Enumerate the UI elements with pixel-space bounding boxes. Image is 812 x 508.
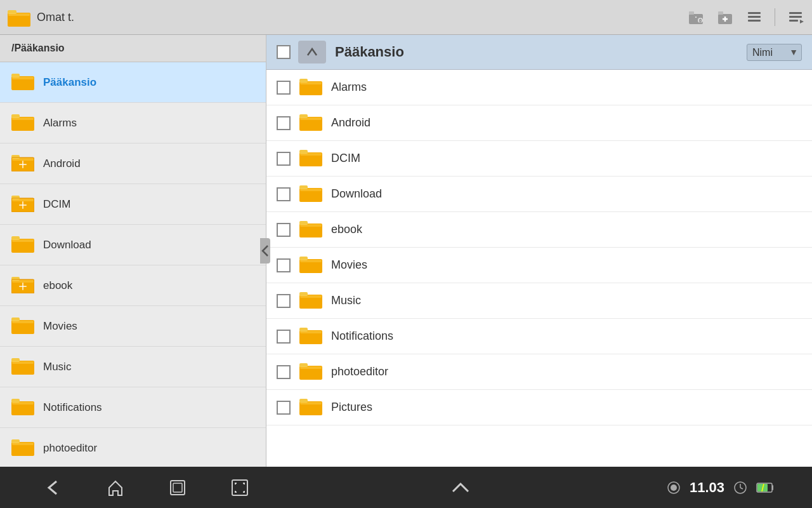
svg-rect-11 <box>748 16 761 18</box>
svg-rect-10 <box>748 12 761 14</box>
sidebar-item-list: PääkansioAlarmsAndroidDCIMDownloadebookM… <box>0 62 266 467</box>
file-checkbox[interactable] <box>277 152 291 166</box>
app-title: Omat t. <box>37 11 74 24</box>
sidebar-item-music[interactable]: Music <box>0 347 266 387</box>
file-checkbox[interactable] <box>277 365 291 379</box>
sort-wrapper: NimiKokoPäiväys ▼ <box>747 44 802 61</box>
sidebar-item-movies[interactable]: Movies <box>0 306 266 347</box>
file-row[interactable]: Music <box>266 283 812 319</box>
folder-icon <box>11 152 34 175</box>
content-folder-title: Pääkansio <box>335 44 747 60</box>
file-checkbox[interactable] <box>277 330 291 344</box>
file-folder-icon <box>299 361 322 383</box>
svg-rect-49 <box>12 361 34 364</box>
file-row[interactable]: Android <box>266 105 812 141</box>
svg-rect-73 <box>300 260 322 262</box>
main-area: /Pääkansio PääkansioAlarmsAndroidDCIMDow… <box>0 35 812 467</box>
status-bar: 11.03 <box>667 479 774 496</box>
clock-icon <box>733 481 747 495</box>
svg-rect-19 <box>12 77 34 79</box>
file-folder-icon <box>299 218 322 241</box>
file-name: Download <box>331 187 382 201</box>
file-folder-icon <box>299 147 322 170</box>
file-row[interactable]: ebook <box>266 212 812 248</box>
svg-rect-67 <box>300 189 322 191</box>
file-row[interactable]: Alarms <box>266 70 812 105</box>
file-checkbox[interactable] <box>277 223 291 237</box>
sidebar-item-photoeditor[interactable]: photoeditor <box>0 428 266 467</box>
svg-rect-46 <box>12 321 34 323</box>
sidebar-item-pääkansio[interactable]: Pääkansio <box>0 62 266 103</box>
file-checkbox[interactable] <box>277 258 291 272</box>
navigate-up-button[interactable] <box>298 41 326 64</box>
file-checkbox[interactable] <box>277 116 291 130</box>
list-view-button[interactable] <box>745 8 763 26</box>
recents-button[interactable] <box>162 472 193 503</box>
file-folder-icon <box>299 112 322 134</box>
sidebar-item-label: Notifications <box>43 401 102 414</box>
sidebar-item-label: Movies <box>43 320 77 333</box>
home-button[interactable] <box>100 472 131 503</box>
svg-rect-95 <box>772 485 773 490</box>
sidebar-item-alarms[interactable]: Alarms <box>0 103 266 144</box>
file-name: Music <box>331 294 361 307</box>
battery-icon <box>756 482 774 493</box>
svg-rect-15 <box>789 20 798 22</box>
svg-rect-12 <box>748 20 761 22</box>
file-folder-icon <box>299 396 322 418</box>
file-checkbox[interactable] <box>277 401 291 415</box>
time-display: 11.03 <box>690 479 724 496</box>
sidebar-item-notifications[interactable]: Notifications <box>0 387 266 428</box>
sidebar-item-dcim[interactable]: DCIM <box>0 184 266 225</box>
file-checkbox[interactable] <box>277 294 291 308</box>
scroll-up-button[interactable] <box>445 472 476 503</box>
sort-select[interactable]: NimiKokoPäiväys <box>747 44 802 61</box>
select-all-checkbox[interactable] <box>277 45 291 59</box>
svg-rect-64 <box>300 153 322 156</box>
file-name: Notifications <box>331 330 393 343</box>
back-button[interactable] <box>38 472 69 503</box>
folder-icon <box>11 396 34 418</box>
svg-rect-70 <box>300 224 322 227</box>
svg-rect-13 <box>789 12 802 14</box>
file-row[interactable]: Pictures <box>266 390 812 425</box>
svg-rect-14 <box>789 16 802 18</box>
sidebar-collapse-button[interactable] <box>260 238 270 264</box>
file-row[interactable]: DCIM <box>266 141 812 177</box>
file-row[interactable]: Notifications <box>266 319 812 354</box>
folder-icon <box>11 193 34 215</box>
svg-rect-85 <box>300 402 322 404</box>
topbar-divider <box>775 8 775 26</box>
sidebar-item-label: Pääkansio <box>43 76 96 89</box>
sidebar-item-download[interactable]: Download <box>0 225 266 265</box>
file-row[interactable]: photoeditor <box>266 354 812 390</box>
file-row[interactable]: Download <box>266 177 812 212</box>
svg-line-93 <box>740 488 743 489</box>
home-folder-button[interactable] <box>687 8 705 26</box>
file-name: DCIM <box>331 152 360 165</box>
svg-rect-31 <box>12 199 34 201</box>
svg-rect-58 <box>300 82 322 84</box>
topbar: Omat t. <box>0 0 812 35</box>
svg-rect-79 <box>300 331 322 333</box>
file-folder-icon <box>299 325 322 347</box>
folder-icon <box>11 112 34 134</box>
sidebar-item-label: DCIM <box>43 198 70 211</box>
file-row[interactable]: Movies <box>266 248 812 283</box>
folder-icon <box>11 234 34 256</box>
sidebar-item-ebook[interactable]: ebook <box>0 265 266 306</box>
file-folder-icon <box>299 254 322 276</box>
menu-button[interactable] <box>787 8 804 26</box>
sidebar-header: /Pääkansio <box>0 35 266 62</box>
sidebar-item-android[interactable]: Android <box>0 144 266 184</box>
fullscreen-button[interactable] <box>225 472 255 503</box>
svg-rect-55 <box>12 443 34 445</box>
new-folder-button[interactable] <box>716 8 734 26</box>
file-checkbox[interactable] <box>277 81 291 95</box>
app-folder-icon <box>8 8 30 27</box>
folder-icon <box>11 274 34 297</box>
file-folder-icon <box>299 290 322 312</box>
svg-rect-2 <box>8 13 30 16</box>
sidebar-item-label: Alarms <box>43 117 77 130</box>
file-checkbox[interactable] <box>277 187 291 201</box>
